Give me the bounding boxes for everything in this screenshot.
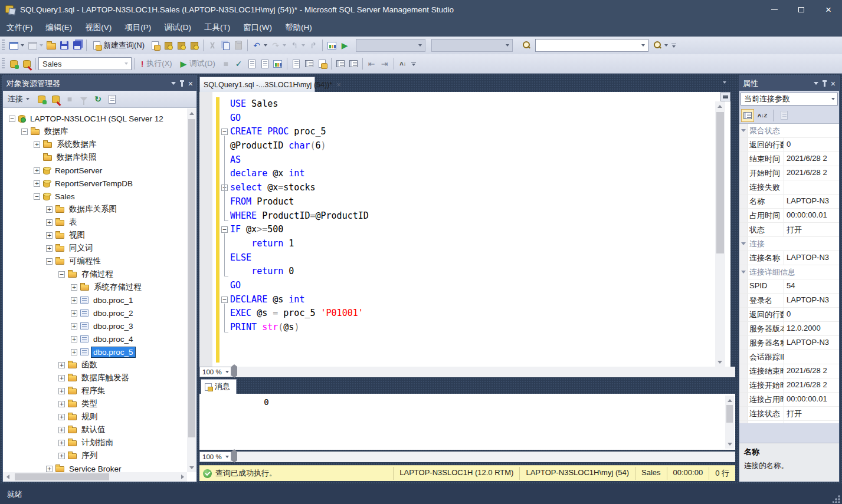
tab-close-icon[interactable]: × bbox=[336, 80, 341, 89]
messages-horizontal-scrollbar[interactable] bbox=[231, 452, 735, 462]
tree-item-[interactable]: +系统存储过程 bbox=[3, 281, 187, 294]
editor-vertical-scrollbar[interactable] bbox=[715, 101, 725, 367]
xmla-query-icon[interactable] bbox=[188, 39, 201, 52]
redo-icon[interactable]: ↷ bbox=[269, 39, 282, 52]
property-category-8[interactable]: 连接 bbox=[739, 237, 839, 251]
expand-icon[interactable]: + bbox=[58, 453, 65, 459]
save-icon[interactable] bbox=[58, 39, 71, 52]
properties-menu-icon[interactable] bbox=[814, 82, 818, 85]
expand-icon[interactable]: + bbox=[71, 297, 77, 304]
property-row-4[interactable]: 连接失败 bbox=[739, 180, 839, 195]
outline-collapse-icon[interactable]: − bbox=[221, 226, 228, 233]
tree-item-dbo.proc_3[interactable]: +dbo.proc_3 bbox=[3, 319, 187, 332]
expand-icon[interactable]: + bbox=[58, 440, 65, 446]
database-selector[interactable]: Sales bbox=[38, 57, 132, 70]
sort-alphabetical-icon[interactable]: A↓Z bbox=[756, 109, 769, 122]
expand-icon[interactable]: + bbox=[58, 401, 65, 407]
collapse-icon[interactable]: − bbox=[9, 116, 15, 122]
tree-item-[interactable]: +序列 bbox=[3, 449, 187, 462]
tree-item-dbo.proc_1[interactable]: +dbo.proc_1 bbox=[3, 294, 187, 307]
change-connection-icon[interactable] bbox=[20, 57, 33, 70]
comment-icon[interactable] bbox=[334, 57, 347, 70]
connect-dropdown[interactable]: 连接 bbox=[5, 94, 34, 104]
cut-icon[interactable] bbox=[206, 39, 219, 52]
panel-close-icon[interactable]: × bbox=[188, 80, 193, 88]
tree-horizontal-scrollbar[interactable] bbox=[3, 472, 187, 482]
new-query-window-icon[interactable] bbox=[7, 39, 20, 52]
stop-process-icon[interactable]: ■ bbox=[63, 93, 76, 106]
tree-item-[interactable]: +数据库关系图 bbox=[3, 203, 187, 216]
resize-grip[interactable] bbox=[833, 495, 841, 503]
toolbar-combo-1[interactable] bbox=[356, 39, 425, 52]
property-row-1[interactable]: 返回的行数0 bbox=[739, 138, 839, 152]
property-row-17[interactable]: 连接结束时间2021/6/28 2 bbox=[739, 364, 839, 378]
copy-icon[interactable] bbox=[219, 39, 232, 52]
open-file-icon[interactable] bbox=[45, 39, 58, 52]
tree-item-[interactable]: +数据库触发器 bbox=[3, 371, 187, 384]
expand-icon[interactable]: + bbox=[46, 466, 53, 472]
pin-icon[interactable] bbox=[181, 82, 183, 87]
category-collapse-icon[interactable] bbox=[741, 271, 746, 274]
menu-item-3[interactable]: 项目(P) bbox=[118, 21, 158, 35]
toolbar-grip[interactable] bbox=[2, 39, 5, 51]
property-row-3[interactable]: 开始时间2021/6/28 2 bbox=[739, 166, 839, 180]
estimated-plan-icon[interactable] bbox=[245, 57, 258, 70]
messages-zoom-select[interactable]: 100 % bbox=[199, 452, 231, 462]
undo-icon[interactable]: ↶ bbox=[250, 39, 263, 52]
find-combo[interactable] bbox=[535, 39, 648, 52]
database-engine-query-icon[interactable] bbox=[149, 39, 162, 52]
tree-item-[interactable]: +规则 bbox=[3, 410, 187, 423]
expand-icon[interactable]: + bbox=[34, 167, 40, 174]
properties-object-selector[interactable]: 当前连接参数 bbox=[741, 93, 838, 106]
category-collapse-icon[interactable] bbox=[741, 129, 746, 132]
execute-button[interactable]: !执行(X) bbox=[137, 57, 176, 71]
expand-icon[interactable]: + bbox=[34, 180, 40, 187]
tab-list-dropdown-icon[interactable] bbox=[723, 81, 726, 84]
property-row-16[interactable]: 会话跟踪ID bbox=[739, 350, 839, 364]
properties-close-icon[interactable]: × bbox=[831, 80, 836, 88]
category-collapse-icon[interactable] bbox=[741, 242, 746, 245]
toolbar-grip-2[interactable] bbox=[2, 58, 5, 70]
results-text-icon[interactable] bbox=[290, 57, 303, 70]
menu-item-7[interactable]: 帮助(H) bbox=[279, 21, 319, 35]
expand-icon[interactable]: + bbox=[58, 375, 65, 381]
expand-icon[interactable]: + bbox=[71, 310, 77, 317]
sql-editor[interactable]: USE SalesGO−CREATE PROC proc_5@ProductID… bbox=[199, 92, 730, 367]
categorized-icon[interactable] bbox=[741, 109, 754, 122]
toolbar2-overflow-button[interactable] bbox=[409, 62, 418, 66]
property-row-7[interactable]: 状态打开 bbox=[739, 223, 839, 237]
close-button[interactable]: × bbox=[815, 0, 842, 19]
tree-item-laptop-n3sloc1hsqlserver12[interactable]: −LAPTOP-N3SLOC1H (SQL Server 12 bbox=[3, 112, 187, 125]
property-row-11[interactable]: SPID54 bbox=[739, 279, 839, 294]
tree-item-[interactable]: −数据库 bbox=[3, 125, 187, 138]
property-category-10[interactable]: 连接详细信息 bbox=[739, 265, 839, 279]
collapse-icon[interactable]: − bbox=[58, 271, 65, 278]
property-row-5[interactable]: 名称LAPTOP-N3 bbox=[739, 195, 839, 209]
expand-icon[interactable]: + bbox=[46, 245, 53, 252]
tree-item-[interactable]: +同义词 bbox=[3, 242, 187, 255]
paste-icon[interactable] bbox=[232, 39, 245, 52]
connect-server-icon[interactable] bbox=[35, 93, 48, 106]
expand-icon[interactable]: + bbox=[58, 414, 65, 420]
query-options-icon[interactable] bbox=[258, 57, 271, 70]
disconnect-server-icon[interactable] bbox=[49, 93, 62, 106]
tree-item-[interactable]: +函数 bbox=[3, 358, 187, 371]
expand-icon[interactable]: + bbox=[46, 206, 53, 213]
refresh-icon[interactable]: ↻ bbox=[91, 93, 104, 106]
dmx-query-icon[interactable] bbox=[175, 39, 188, 52]
property-row-2[interactable]: 结束时间2021/6/28 2 bbox=[739, 152, 839, 166]
indent-icon[interactable]: ⇥ bbox=[378, 57, 391, 70]
tree-item-[interactable]: −存储过程 bbox=[3, 268, 187, 281]
property-row-9[interactable]: 连接名称LAPTOP-N3 bbox=[739, 251, 839, 265]
tree-item-dbo.proc_4[interactable]: +dbo.proc_4 bbox=[3, 332, 187, 345]
property-row-14[interactable]: 服务器版本12.0.2000 bbox=[739, 322, 839, 336]
outline-collapse-icon[interactable]: − bbox=[221, 297, 228, 303]
properties-pin-icon[interactable] bbox=[824, 82, 825, 87]
expand-icon[interactable]: + bbox=[46, 219, 53, 226]
expand-icon[interactable]: + bbox=[58, 427, 65, 433]
find-icon[interactable] bbox=[520, 39, 533, 52]
expand-icon[interactable]: + bbox=[34, 141, 40, 148]
script-icon[interactable] bbox=[106, 93, 119, 106]
messages-tab[interactable]: 消息 bbox=[201, 379, 237, 394]
tree-item-[interactable]: +表 bbox=[3, 216, 187, 229]
